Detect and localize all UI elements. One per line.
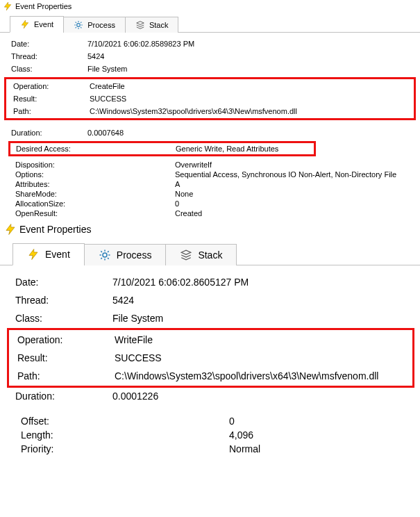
label-date: Date: xyxy=(15,277,112,288)
value-thread: 5424 xyxy=(87,52,416,60)
label-result: Result: xyxy=(17,352,115,363)
tab-event[interactable]: Event xyxy=(12,243,85,265)
label-class: Class: xyxy=(11,65,87,73)
tab-stack[interactable]: Stack xyxy=(165,244,237,265)
tab-event-label: Event xyxy=(34,20,53,28)
label-thread: Thread: xyxy=(11,52,87,60)
value-date: 7/10/2021 6:06:02.8605127 PM xyxy=(112,277,416,288)
label-path: Path: xyxy=(17,370,115,381)
event-details-top: Date: 7/10/2021 6:06:02.8605127 PM Threa… xyxy=(0,265,420,327)
value-path: C:\Windows\System32\spool\drivers\x64\3\… xyxy=(115,370,408,381)
label-sharemode: ShareMode: xyxy=(15,190,175,198)
svg-line-7 xyxy=(76,27,76,28)
lightning-icon xyxy=(27,248,40,261)
tab-event[interactable]: Event xyxy=(10,16,64,33)
event-properties-panel-1: Event Properties Event Process Stack Dat… xyxy=(0,0,420,220)
value-offset: 0 xyxy=(229,416,416,427)
value-date: 7/10/2021 6:06:02.8589823 PM xyxy=(87,40,416,48)
tab-process[interactable]: Process xyxy=(84,244,167,265)
value-priority: Normal xyxy=(229,443,416,454)
lightning-icon xyxy=(3,1,12,11)
tab-process-label: Process xyxy=(117,249,152,261)
event-details-bottom: Disposition: OverwriteIf Options: Sequen… xyxy=(0,158,420,220)
value-class: File System xyxy=(87,65,416,73)
value-path: C:\Windows\System32\spool\drivers\x64\3\… xyxy=(90,107,410,115)
window-title: Event Properties xyxy=(19,224,92,235)
value-openresult: Created xyxy=(175,209,416,218)
svg-line-5 xyxy=(76,22,76,23)
value-length: 4,096 xyxy=(229,429,416,441)
event-duration-row: Duration: 0.0007648 xyxy=(0,122,420,140)
tab-stack-label: Stack xyxy=(198,249,222,261)
value-result: SUCCESS xyxy=(115,352,408,363)
window-titlebar: Event Properties xyxy=(0,0,420,15)
value-disposition: OverwriteIf xyxy=(175,161,416,169)
stack-icon xyxy=(180,249,192,261)
stack-icon xyxy=(135,20,145,30)
tab-event-label: Event xyxy=(45,249,70,260)
value-duration: 0.0007648 xyxy=(87,129,416,137)
label-priority: Priority: xyxy=(21,443,229,454)
label-offset: Offset: xyxy=(21,416,229,427)
value-class: File System xyxy=(112,313,416,324)
value-sharemode: None xyxy=(175,190,416,198)
value-result: SUCCESS xyxy=(90,95,410,103)
value-duration: 0.0001226 xyxy=(112,391,416,402)
label-operation: Operation: xyxy=(17,334,115,345)
value-desired-access: Generic Write, Read Attributes xyxy=(176,145,310,153)
label-duration: Duration: xyxy=(15,391,112,402)
value-operation: CreateFile xyxy=(90,82,410,90)
value-allocationsize: 0 xyxy=(175,199,416,208)
value-thread: 5424 xyxy=(112,295,416,306)
lightning-icon xyxy=(4,223,17,236)
event-details-top: Date: 7/10/2021 6:06:02.8589823 PM Threa… xyxy=(0,33,420,76)
label-desired-access: Desired Access: xyxy=(16,145,176,153)
window-titlebar: Event Properties xyxy=(0,220,420,243)
label-openresult: OpenResult: xyxy=(15,209,175,218)
gear-icon xyxy=(99,249,111,261)
label-allocationsize: AllocationSize: xyxy=(15,199,175,208)
lightning-icon xyxy=(20,19,30,29)
event-duration-row: Duration: 0.0001226 xyxy=(0,389,420,404)
label-attributes: Attributes: xyxy=(15,180,175,188)
tab-stack[interactable]: Stack xyxy=(125,17,179,33)
highlight-operation-block: Operation: WriteFile Result: SUCCESS Pat… xyxy=(7,328,414,388)
label-duration: Duration: xyxy=(11,129,87,137)
value-attributes: A xyxy=(175,180,416,188)
label-date: Date: xyxy=(11,40,87,48)
window-title: Event Properties xyxy=(15,2,72,10)
svg-line-15 xyxy=(108,258,109,259)
highlight-desired-access: Desired Access: Generic Write, Read Attr… xyxy=(8,141,316,156)
label-options: Options: xyxy=(15,170,175,179)
tab-stack-label: Stack xyxy=(149,21,169,29)
tab-strip: Event Process Stack xyxy=(0,15,420,33)
label-disposition: Disposition: xyxy=(15,161,175,169)
event-details-bottom: Offset: 0 Length: 4,096 Priority: Normal xyxy=(0,404,420,457)
tab-strip: Event Process Stack xyxy=(0,243,420,265)
label-thread: Thread: xyxy=(15,295,112,306)
label-class: Class: xyxy=(15,313,112,324)
svg-line-8 xyxy=(81,22,81,23)
svg-line-17 xyxy=(108,251,109,252)
event-properties-panel-2: Event Properties Event Process Stack Dat… xyxy=(0,220,420,457)
label-operation: Operation: xyxy=(13,82,90,90)
svg-line-16 xyxy=(101,258,102,259)
svg-line-14 xyxy=(101,251,102,252)
highlight-operation-block: Operation: CreateFile Result: SUCCESS Pa… xyxy=(4,77,416,120)
svg-line-6 xyxy=(81,27,81,28)
value-options: Sequential Access, Synchronous IO Non-Al… xyxy=(175,170,416,179)
label-length: Length: xyxy=(21,429,229,441)
value-operation: WriteFile xyxy=(115,334,408,345)
label-result: Result: xyxy=(13,95,90,103)
svg-point-0 xyxy=(77,24,81,27)
tab-process[interactable]: Process xyxy=(63,17,126,33)
gear-icon xyxy=(74,20,83,30)
svg-point-9 xyxy=(103,253,107,257)
tab-process-label: Process xyxy=(87,21,115,29)
label-path: Path: xyxy=(13,107,90,115)
